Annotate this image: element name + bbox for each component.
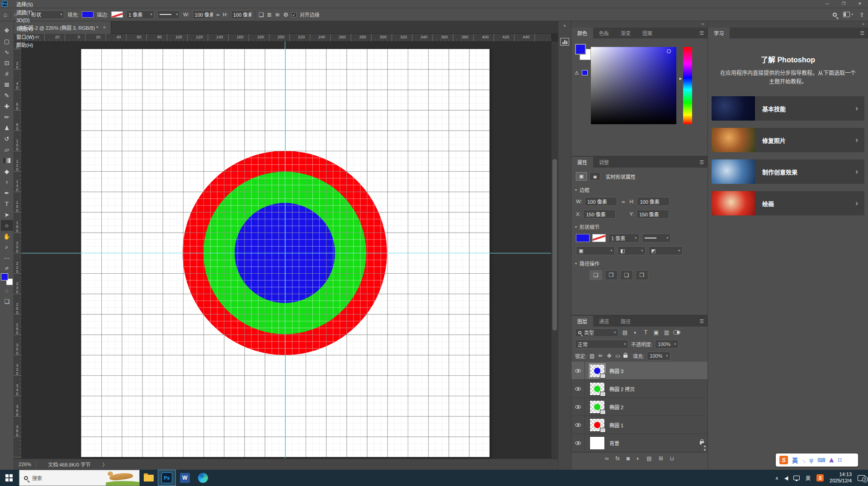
shape-y-field[interactable]: 150 像素 (637, 210, 669, 219)
shape-properties-icon[interactable]: ▣ (576, 172, 587, 181)
lock-pixels-icon[interactable]: ✏ (598, 353, 604, 359)
layer-thumbnail[interactable] (590, 382, 605, 396)
shape-x-field[interactable]: 150 像素 (583, 210, 616, 219)
filter-shape-layers-icon[interactable]: ▣ (652, 329, 660, 336)
search-icon[interactable] (833, 13, 837, 17)
visibility-cell[interactable] (571, 380, 585, 397)
geometry-options-icon[interactable]: ⚙ (283, 11, 288, 18)
lasso-tool[interactable]: ∿ (1, 47, 13, 57)
tutorial-card-retouch[interactable]: 修复照片 › (712, 128, 864, 152)
lock-artboard-icon[interactable]: ▭ (615, 353, 621, 359)
intersect-shape-button[interactable]: ❑ (620, 270, 633, 280)
foreground-color-swatch[interactable] (575, 44, 586, 55)
link-dimensions-icon[interactable]: ∞ (217, 12, 220, 17)
stroke-width-select[interactable]: 1 像素▾ (126, 10, 154, 19)
path-operations-icon[interactable]: ❏ (259, 11, 264, 18)
eye-icon[interactable] (575, 405, 581, 409)
foreground-background-swatches[interactable] (1, 273, 13, 285)
pen-tool[interactable]: ✒ (1, 187, 13, 198)
stroke-corner-select[interactable]: ◩▾ (648, 246, 683, 255)
clone-stamp-tool[interactable]: ♟ (1, 122, 13, 133)
start-button[interactable] (5, 474, 13, 481)
fill-swatch[interactable] (82, 11, 94, 18)
taskbar-edge[interactable] (194, 470, 212, 486)
delete-layer-icon[interactable]: ⊔ (670, 455, 674, 462)
tutorial-card-effects[interactable]: 制作创意效果 › (712, 159, 864, 184)
panel-menu-icon[interactable]: ☰ (699, 318, 704, 324)
color-field[interactable] (591, 47, 676, 124)
tab-properties[interactable]: 属性 (571, 157, 593, 168)
tab-swatches[interactable]: 色板 (593, 28, 615, 38)
panel-menu-icon[interactable]: ☰ (860, 30, 864, 36)
object-selection-tool[interactable]: ⊡ (1, 57, 13, 68)
lock-all-icon[interactable] (623, 355, 627, 358)
taskbar-search-box[interactable]: 搜索 (19, 470, 140, 486)
link-layers-icon[interactable]: ∞ (605, 455, 609, 462)
section-shape-details[interactable]: ▾形状细节 (571, 223, 708, 230)
quick-mask-button[interactable]: ◌ (1, 285, 13, 296)
share-icon[interactable]: ⇧ (859, 11, 864, 18)
shape-fill-swatch[interactable] (576, 234, 590, 242)
tab-color[interactable]: 颜色 (571, 28, 593, 38)
panel-menu-icon[interactable]: ☰ (699, 30, 704, 36)
blur-tool[interactable]: ◆ (1, 166, 13, 177)
lock-transparency-icon[interactable]: ▨ (589, 353, 595, 359)
notification-center-icon[interactable]: 2 (858, 475, 865, 481)
tab-learn[interactable]: 学习 (708, 28, 730, 38)
network-icon[interactable] (793, 476, 800, 480)
healing-brush-tool[interactable]: ✚ (1, 101, 13, 112)
panel-menu-icon[interactable]: ☰ (699, 159, 704, 165)
tab-layers[interactable]: 图层 (571, 316, 593, 327)
crop-tool[interactable]: # (1, 68, 13, 79)
taskbar-word[interactable]: W (176, 470, 194, 486)
restore-button[interactable]: ❐ (835, 0, 852, 8)
minimize-button[interactable]: ─ (819, 0, 835, 8)
menu-item[interactable]: 选择(S) (12, 0, 38, 8)
add-mask-icon[interactable]: ◙ (627, 455, 630, 462)
tray-expand-icon[interactable]: ∧ (775, 476, 778, 481)
layer-filter-select[interactable]: 类型 ▾ (575, 328, 618, 337)
horizontal-guide[interactable] (22, 253, 551, 253)
eye-icon[interactable] (575, 387, 581, 391)
lock-position-icon[interactable]: ✥ (606, 353, 612, 359)
menu-item[interactable]: 3D(D) (12, 16, 38, 24)
path-selection-tool[interactable]: ➤ (1, 209, 13, 220)
hue-slider-arrow[interactable]: ► (679, 76, 683, 81)
sogou-icon[interactable]: S (816, 474, 824, 481)
home-icon[interactable]: ⌂ (4, 11, 7, 18)
tutorial-card-painting[interactable]: 绘画 › (712, 191, 864, 215)
subtract-shape-button[interactable]: ❐ (605, 270, 618, 280)
shape-width-input[interactable]: 100 像素 (193, 10, 213, 19)
menu-item[interactable]: 窗口(W) (12, 33, 38, 41)
ime-language-toggle[interactable]: 英 (792, 456, 798, 464)
history-brush-tool[interactable]: ↺ (1, 133, 13, 144)
collapse-panels-icon[interactable]: » (708, 21, 868, 28)
opacity-input[interactable]: 100%▾ (655, 340, 679, 349)
new-adjustment-layer-icon[interactable]: ◐ (637, 455, 640, 462)
layer-row-ellipse1[interactable]: 椭圆 1 (571, 416, 708, 434)
ime-toolbox-icon[interactable]: ∷ (838, 457, 841, 463)
close-tab-icon[interactable]: ✕ (103, 25, 106, 30)
tab-patterns[interactable]: 图案 (637, 28, 658, 38)
vertical-guide[interactable] (285, 42, 285, 458)
hand-tool[interactable]: ✋ (1, 231, 13, 242)
layer-row-ellipse2[interactable]: 椭圆 2 (571, 398, 708, 416)
eye-icon[interactable] (575, 369, 581, 373)
status-more-icon[interactable]: 〉 (102, 461, 107, 468)
microphone-icon[interactable]: ψ (809, 457, 813, 463)
frame-tool[interactable]: ⊠ (1, 79, 13, 90)
taskbar-photoshop[interactable]: Ps (158, 470, 176, 486)
zoom-level[interactable]: 226% (14, 461, 36, 468)
exclude-shape-button[interactable]: ❒ (636, 270, 648, 280)
mask-properties-icon[interactable]: ◙ (590, 172, 600, 181)
eye-icon[interactable] (575, 423, 581, 427)
layer-thumbnail[interactable] (590, 364, 605, 378)
align-edges-checkbox[interactable]: ✓ (292, 12, 297, 17)
gamut-warning-swatch[interactable] (582, 70, 588, 75)
shape-height-input[interactable]: 100 像素 (231, 10, 252, 19)
visibility-cell[interactable] (571, 434, 585, 452)
new-group-icon[interactable]: ▤ (646, 455, 651, 462)
visibility-cell[interactable] (571, 416, 585, 434)
type-tool[interactable]: T (1, 198, 13, 209)
gamut-warning-icon[interactable]: ⚠ (575, 70, 579, 76)
